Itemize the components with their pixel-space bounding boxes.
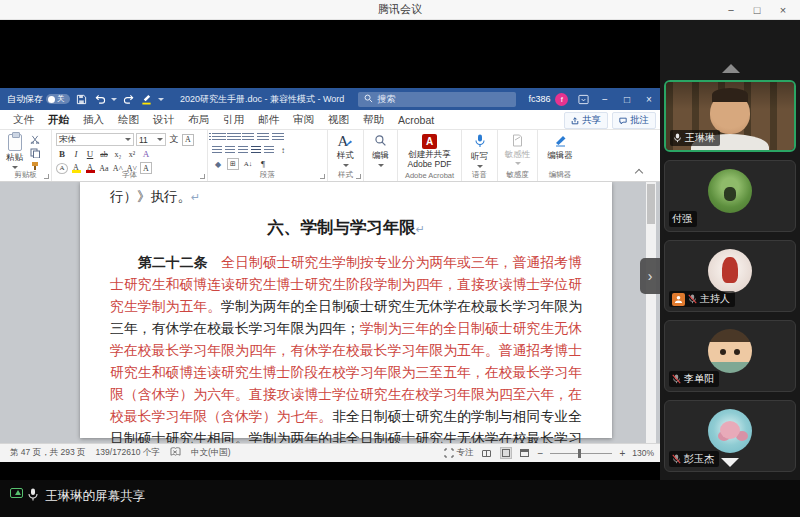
participant-tile[interactable]: 王琳琳 — [664, 80, 796, 152]
save-icon[interactable] — [75, 93, 88, 106]
copy-icon[interactable] — [28, 147, 41, 158]
avatar — [708, 329, 752, 373]
scrollbar-thumb[interactable] — [647, 184, 655, 224]
create-share-adobe-pdf-button[interactable]: A 创建并共享Adobe PDF — [402, 133, 457, 171]
shading-icon[interactable]: ◆ — [212, 158, 224, 170]
ribbon-tab[interactable]: 审阅 — [286, 110, 321, 129]
font-name-select[interactable]: 宋体 — [56, 133, 134, 146]
cut-icon[interactable] — [28, 134, 41, 145]
participant-tile[interactable]: 主持人 — [664, 240, 796, 312]
editing-button[interactable]: 编辑 — [368, 133, 393, 168]
document-page[interactable]: 行）》执行。↵ 六、学制与学习年限↵ 第二十二条 全日制硕士研究生学制按专业分为… — [80, 182, 612, 438]
bullets-icon[interactable] — [212, 133, 224, 142]
scroll-up-arrow[interactable] — [722, 64, 740, 73]
ribbon-tab[interactable]: 视图 — [321, 110, 356, 129]
italic-button[interactable]: I — [70, 148, 82, 160]
sidebar-collapse-button[interactable]: › — [640, 258, 660, 294]
sensitivity-button[interactable]: 敏感性 — [502, 133, 533, 166]
ribbon-tab[interactable]: 引用 — [216, 110, 251, 129]
maximize-button[interactable]: □ — [744, 0, 770, 20]
share-button[interactable]: 共享 — [564, 112, 608, 129]
ribbon-tab[interactable]: 布局 — [181, 110, 216, 129]
subscript-button[interactable]: x₂ — [112, 148, 124, 160]
font-dialog-launcher[interactable] — [200, 174, 205, 179]
increase-indent-icon[interactable] — [272, 133, 284, 142]
clipboard-dialog-launcher[interactable] — [44, 174, 49, 179]
multilevel-list-icon[interactable] — [242, 133, 254, 142]
styles-dialog-launcher[interactable] — [356, 174, 361, 179]
align-right-icon[interactable] — [238, 146, 248, 155]
ribbon-tab[interactable]: 邮件 — [251, 110, 286, 129]
strikethrough-button[interactable]: ab — [98, 148, 110, 160]
sort-icon[interactable]: A↓ — [242, 158, 254, 170]
dictate-button[interactable]: 听写 — [466, 133, 493, 169]
word-minimize-button[interactable]: − — [594, 88, 616, 110]
decrease-indent-icon[interactable] — [257, 133, 269, 142]
account-area[interactable]: fc386 f — [528, 93, 568, 106]
ribbon-display-options-icon[interactable] — [572, 88, 594, 110]
read-mode-icon[interactable] — [481, 447, 493, 459]
autosave-state: 关 — [57, 94, 65, 104]
ribbon-tab[interactable]: 绘图 — [111, 110, 146, 129]
participant-tile[interactable]: 李单阳 — [664, 320, 796, 392]
font-size-select[interactable]: 11 — [136, 133, 166, 146]
vertical-scrollbar[interactable] — [646, 182, 656, 443]
print-layout-icon[interactable] — [500, 447, 512, 459]
scroll-down-arrow[interactable] — [721, 458, 739, 467]
show-marks-icon[interactable]: ¶ — [257, 158, 269, 170]
undo-dropdown-caret[interactable] — [111, 98, 117, 101]
ribbon-tab[interactable]: Acrobat — [391, 110, 441, 129]
paste-button[interactable]: 粘贴 — [4, 133, 25, 171]
language-indicator[interactable]: 中文(中国) — [191, 447, 231, 459]
align-left-icon[interactable] — [212, 146, 222, 155]
ribbon-tab[interactable]: 插入 — [76, 110, 111, 129]
redo-icon[interactable] — [122, 93, 135, 106]
ribbon-tab[interactable]: 帮助 — [356, 110, 391, 129]
search-box[interactable]: 搜索 — [358, 92, 516, 107]
proofing-icon[interactable] — [170, 447, 181, 459]
numbering-icon[interactable] — [227, 133, 239, 142]
bold-button[interactable]: B — [56, 148, 68, 160]
zoom-slider[interactable] — [550, 453, 612, 454]
zoom-out-button[interactable]: − — [538, 448, 544, 459]
line-spacing-icon[interactable]: ↕ — [277, 144, 289, 156]
zoom-in-button[interactable]: + — [619, 448, 625, 459]
word-maximize-button[interactable]: □ — [616, 88, 638, 110]
document-canvas[interactable]: 行）》执行。↵ 六、学制与学习年限↵ 第二十二条 全日制硕士研究生学制按专业分为… — [0, 182, 660, 443]
qat-more-caret[interactable] — [158, 98, 164, 101]
ribbon-tab[interactable]: 设计 — [146, 110, 181, 129]
zoom-level[interactable]: 130% — [632, 448, 654, 458]
styles-button[interactable]: A 样式 — [332, 133, 359, 168]
editor-button[interactable]: 编辑器 — [542, 133, 578, 163]
ribbon-tab[interactable]: 开始 — [41, 110, 76, 129]
participant-name-badge: 彭玉杰 — [669, 451, 719, 467]
zoom-slider-thumb[interactable] — [578, 449, 581, 458]
highlighter-icon[interactable] — [140, 93, 153, 106]
justify-icon[interactable] — [251, 146, 261, 155]
character-border-icon[interactable]: A — [182, 134, 194, 146]
underline-button[interactable]: U — [84, 148, 96, 160]
superscript-button[interactable]: x² — [126, 148, 138, 160]
focus-mode-button[interactable]: 专注 — [444, 447, 474, 459]
web-layout-icon[interactable] — [519, 447, 531, 459]
minimize-button[interactable]: − — [718, 0, 744, 20]
phonetic-guide-icon[interactable]: 文 — [168, 134, 180, 146]
comments-button[interactable]: 批注 — [612, 112, 656, 129]
word-count[interactable]: 139/172610 个字 — [96, 447, 160, 459]
page-indicator[interactable]: 第 47 页，共 293 页 — [10, 447, 86, 459]
distribute-icon[interactable] — [264, 146, 274, 155]
ribbon: 粘贴 剪贴板 宋体 11 文 A — [0, 130, 660, 182]
find-icon — [374, 134, 387, 149]
ribbon-tab[interactable]: 文件 — [6, 110, 41, 129]
collapse-ribbon-icon[interactable] — [635, 169, 643, 177]
align-center-icon[interactable] — [225, 146, 235, 155]
word-statusbar: 第 47 页，共 293 页 139/172610 个字 中文(中国) 专注 −… — [0, 443, 660, 462]
undo-icon[interactable] — [93, 93, 106, 106]
clear-formatting-icon[interactable]: A — [140, 148, 152, 160]
autosave-toggle[interactable]: 自动保存 关 — [7, 93, 70, 106]
close-button[interactable]: × — [770, 0, 796, 20]
paragraph-dialog-launcher[interactable] — [320, 174, 325, 179]
word-close-button[interactable]: × — [638, 88, 660, 110]
borders-icon[interactable]: ⊞ — [227, 158, 239, 170]
participant-tile[interactable]: 付强 — [664, 160, 796, 232]
